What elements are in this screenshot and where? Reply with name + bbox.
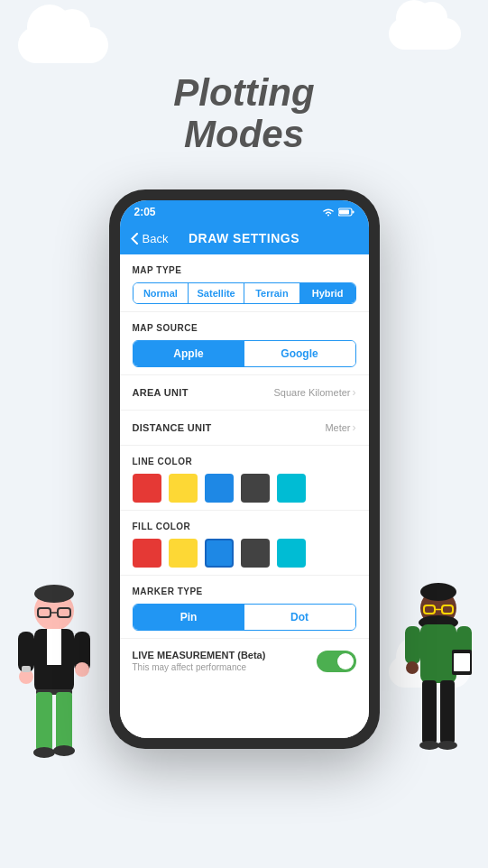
status-icons <box>322 208 354 217</box>
marker-pin[interactable]: Pin <box>134 605 244 630</box>
status-bar: 2:05 <box>120 200 369 224</box>
fill-color-blue[interactable] <box>205 539 234 568</box>
distance-unit-label: DISTANCE UNIT <box>133 422 212 433</box>
page-title: Plotting Modes <box>0 72 488 155</box>
live-measurement-toggle[interactable] <box>317 651 356 672</box>
fill-color-swatches <box>133 539 356 568</box>
svg-rect-9 <box>56 692 72 751</box>
distance-unit-row[interactable]: DISTANCE UNIT Meter › <box>120 411 369 446</box>
map-source-group: Apple Google <box>133 340 356 367</box>
svg-point-10 <box>33 747 55 758</box>
svg-point-15 <box>75 662 89 677</box>
line-color-dark[interactable] <box>241 474 270 503</box>
map-type-group: Normal Satellite Terrain Hybrid <box>133 282 356 304</box>
svg-point-11 <box>53 745 75 756</box>
map-source-label: MAP SOURCE <box>133 323 356 333</box>
fill-color-red[interactable] <box>133 539 161 568</box>
line-color-blue[interactable] <box>205 474 234 503</box>
live-measurement-title: LIVE MEASUREMENT (Beta) <box>133 650 266 660</box>
svg-rect-33 <box>454 653 470 671</box>
map-type-terrain[interactable]: Terrain <box>244 283 300 303</box>
character-right <box>398 579 479 778</box>
svg-rect-24 <box>422 680 437 743</box>
fill-color-yellow[interactable] <box>169 539 198 568</box>
line-color-label: LINE COLOR <box>133 457 356 466</box>
phone-screen: 2:05 B <box>120 200 369 738</box>
area-unit-value: Square Kilometer › <box>274 386 356 399</box>
screen-content: MAP TYPE Normal Satellite Terrain Hybrid… <box>120 254 369 738</box>
fill-color-label: FILL COLOR <box>133 522 356 531</box>
map-type-section: MAP TYPE Normal Satellite Terrain Hybrid <box>120 254 369 312</box>
line-color-teal[interactable] <box>277 474 306 503</box>
line-color-swatches <box>133 474 356 503</box>
fill-color-dark[interactable] <box>241 539 270 568</box>
svg-rect-23 <box>420 624 456 683</box>
live-measurement-section: LIVE MEASUREMENT (Beta) This may affect … <box>120 639 369 683</box>
marker-type-section: MARKER TYPE Pin Dot <box>120 576 369 639</box>
line-color-yellow[interactable] <box>169 474 198 503</box>
area-unit-label: AREA UNIT <box>133 387 189 398</box>
svg-rect-35 <box>339 210 349 215</box>
line-color-red[interactable] <box>133 474 161 503</box>
map-type-satellite[interactable]: Satellite <box>189 283 244 303</box>
line-color-section: LINE COLOR <box>120 446 369 511</box>
fill-color-teal[interactable] <box>277 539 306 568</box>
cloud-decoration-2 <box>389 18 461 50</box>
page-title-container: Plotting Modes <box>0 72 488 155</box>
phone-frame: 2:05 B <box>109 189 380 749</box>
svg-point-18 <box>420 583 456 601</box>
marker-type-label: MARKER TYPE <box>133 586 356 596</box>
nav-title: DRAW SETTINGS <box>189 231 299 245</box>
cloud-decoration-1 <box>18 27 108 63</box>
marker-type-group: Pin Dot <box>133 604 356 631</box>
live-measurement-subtitle: This may affect performance <box>133 662 266 672</box>
distance-unit-value: Meter › <box>325 421 355 434</box>
live-measurement-text: LIVE MEASUREMENT (Beta) This may affect … <box>133 650 266 672</box>
map-source-apple[interactable]: Apple <box>134 341 244 366</box>
back-chevron-icon <box>131 233 138 245</box>
area-unit-row[interactable]: AREA UNIT Square Kilometer › <box>120 375 369 411</box>
map-type-normal[interactable]: Normal <box>134 283 189 303</box>
svg-rect-28 <box>405 626 420 664</box>
svg-point-26 <box>419 741 439 750</box>
svg-rect-25 <box>440 680 455 743</box>
map-type-hybrid[interactable]: Hybrid <box>300 283 355 303</box>
battery-icon <box>338 208 354 217</box>
map-source-google[interactable]: Google <box>244 341 355 366</box>
wifi-icon <box>322 208 335 217</box>
distance-unit-chevron: › <box>353 421 356 434</box>
svg-rect-6 <box>47 629 61 665</box>
svg-rect-36 <box>352 211 354 214</box>
svg-rect-16 <box>22 666 31 672</box>
character-left <box>9 579 99 778</box>
map-source-section: MAP SOURCE Apple Google <box>120 312 369 375</box>
svg-point-27 <box>437 741 457 750</box>
nav-bar: Back DRAW SETTINGS <box>120 224 369 254</box>
status-time: 2:05 <box>134 206 156 218</box>
fill-color-section: FILL COLOR <box>120 511 369 576</box>
svg-rect-8 <box>36 692 52 751</box>
area-unit-chevron: › <box>353 386 356 399</box>
marker-dot[interactable]: Dot <box>244 605 355 630</box>
back-button[interactable]: Back <box>131 232 169 245</box>
svg-point-30 <box>406 661 419 674</box>
map-type-label: MAP TYPE <box>133 265 356 275</box>
svg-point-1 <box>34 585 74 603</box>
